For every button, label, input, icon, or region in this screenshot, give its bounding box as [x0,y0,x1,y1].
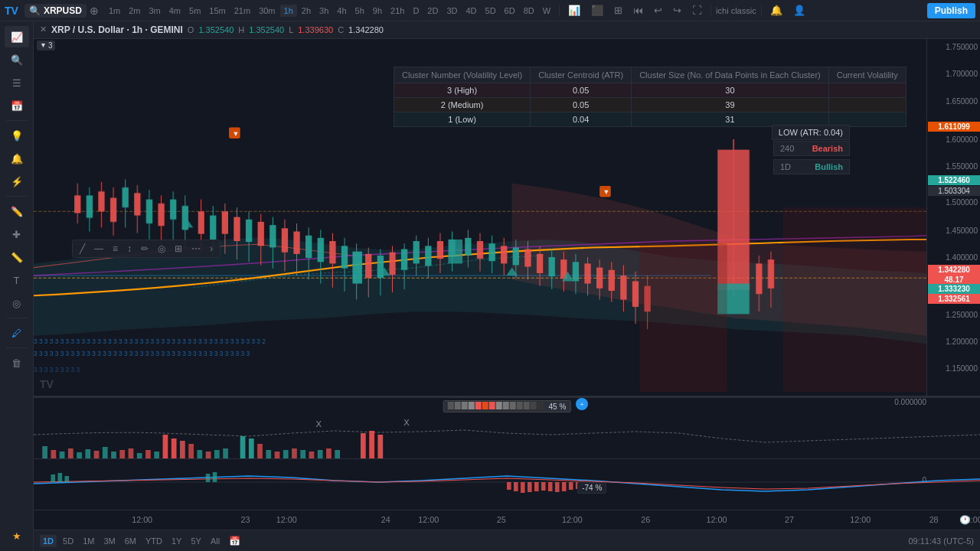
account-btn[interactable]: 👤 [789,3,809,18]
sidebar-chart-icon[interactable]: 📈 [5,26,29,47]
sidebar-sep3 [6,318,28,318]
draw-hline[interactable]: — [90,242,107,256]
publish-button[interactable]: Publish [927,3,975,18]
tf-bottom-1m[interactable]: 1M [80,535,97,547]
sidebar-measure-icon[interactable]: 📏 [5,246,29,268]
tf-bottom-6m[interactable]: 6M [122,535,139,547]
redo-btn[interactable]: ↪ [669,3,685,18]
sidebar-shape-icon[interactable]: ◎ [5,292,29,314]
sidebar-calendar-icon[interactable]: 📅 [5,95,29,116]
tf-3D[interactable]: 3D [443,5,461,17]
draw-chevron[interactable]: › [206,242,217,256]
draw-bracket[interactable]: ⊞ [171,242,186,256]
price-1750: 1.750000 [927,43,980,51]
tf-5h[interactable]: 5h [351,5,368,17]
tf-2m[interactable]: 2m [125,5,144,17]
sidebar-sep2 [6,196,28,197]
tf-bottom-all[interactable]: All [207,535,223,547]
svg-rect-47 [293,231,299,253]
sidebar-text-icon[interactable]: T [5,269,29,291]
ohlc-c-label: C [338,25,344,34]
sig-1d-label: 1D [780,162,791,171]
calendar-icon[interactable]: 📅 [229,536,240,546]
tf-30m[interactable]: 30m [255,5,279,17]
fullscreen-btn[interactable]: ⛶ [688,3,706,18]
draw-line[interactable]: ╱ [76,242,89,256]
tf-bottom-1d[interactable]: 1D [40,535,57,547]
ticker-search-box[interactable]: 🔍 XRPUSD [24,4,87,18]
svg-rect-41 [258,222,264,246]
bar-type[interactable]: ⬛ [587,3,607,18]
sidebar-cursor-icon[interactable]: ✏️ [5,201,29,222]
sidebar-ideas-icon[interactable]: 💡 [5,125,29,146]
tf-1m[interactable]: 1m [105,5,124,17]
tf-4m[interactable]: 4m [165,5,185,17]
svg-text:▼: ▼ [232,129,239,137]
svg-text:3 3 3 3 3 3 3 3 3: 3 3 3 3 3 3 3 3 3 [34,366,80,373]
sidebar-trade-icon[interactable]: ⚡ [5,171,29,192]
tf-4h[interactable]: 4h [333,5,350,17]
tf-bottom-ytd[interactable]: YTD [142,535,165,547]
sidebar-alert-icon[interactable]: 🔔 [5,148,29,169]
tf-4D[interactable]: 4D [462,5,480,17]
svg-text:12:00: 12:00 [132,516,152,524]
sidebar-trash-icon[interactable]: 🗑 [5,352,29,373]
undo-btn[interactable]: ↩ [650,3,666,18]
add-chart-icon[interactable]: ⊕ [90,5,99,17]
price-1650: 1.650000 [927,97,980,106]
svg-rect-67 [401,249,407,269]
compare-btn[interactable]: ⊞ [610,3,626,18]
svg-rect-166 [528,482,532,492]
notifications-btn[interactable]: 🔔 [766,3,786,18]
price-1200: 1.200000 [927,337,980,346]
cluster-high-num: 3 (High) [394,83,531,97]
replay-btn[interactable]: ⏮ [629,3,647,18]
tf-2h[interactable]: 2h [298,5,315,17]
indicator-bar[interactable]: 📊 [564,3,584,18]
sidebar-draw-icon[interactable]: 🖊 [5,322,29,344]
tf-W[interactable]: W [539,5,554,17]
tf-1h[interactable]: 1h [280,5,297,17]
svg-rect-116 [756,263,762,294]
close-chart-icon[interactable]: ✕ [40,24,47,34]
tf-9h[interactable]: 9h [369,5,386,17]
search-icon: 🔍 [29,5,41,16]
draw-circle[interactable]: ◎ [154,242,169,256]
cluster-low-centroid: 0.04 [531,112,632,126]
sidebar-crosshair-icon[interactable]: ✚ [5,223,29,245]
signal-1d[interactable]: 1D Bullish [773,159,850,174]
price-1250: 1.250000 [927,311,980,319]
tf-bottom-5d[interactable]: 5D [60,535,77,547]
tf-5m[interactable]: 5m [185,5,204,17]
signal-240[interactable]: 240 Bearish [773,141,850,156]
tf-6D[interactable]: 6D [501,5,519,17]
svg-text:26: 26 [641,516,650,524]
tf-3h[interactable]: 3h [315,5,332,17]
svg-rect-51 [318,238,324,262]
tf-bottom-5y[interactable]: 5Y [188,535,204,547]
sig-1d-value: Bullish [815,162,843,171]
draw-multiline[interactable]: ≡ [109,242,122,256]
tv-watermark: TV [40,378,70,393]
tf-21m[interactable]: 21m [230,5,254,17]
tf-5D[interactable]: 5D [482,5,500,17]
tf-8D[interactable]: 8D [520,5,538,17]
tf-3m[interactable]: 3m [145,5,164,17]
sep2 [710,5,711,17]
sidebar-watchlist-icon[interactable]: ☰ [5,72,29,93]
tf-bottom-3m[interactable]: 3M [100,535,118,547]
sidebar-star-icon[interactable]: ★ [5,525,29,546]
draw-pen[interactable]: ✏ [137,242,152,256]
tf-D[interactable]: D [409,5,423,17]
draw-dash[interactable]: ⋯ [188,242,204,256]
tf-21h[interactable]: 21h [387,5,408,17]
tf-2D[interactable]: 2D [423,5,442,17]
svg-rect-86 [513,247,519,265]
tf-15m[interactable]: 15m [205,5,229,17]
svg-rect-71 [425,246,431,266]
tf-bottom-1y[interactable]: 1Y [168,535,185,547]
macd-zero-label: 0 [922,476,926,484]
draw-arrow[interactable]: ↕ [123,242,136,256]
vol-circle-btn[interactable]: + [576,398,588,410]
sidebar-search-icon[interactable]: 🔍 [5,49,29,70]
